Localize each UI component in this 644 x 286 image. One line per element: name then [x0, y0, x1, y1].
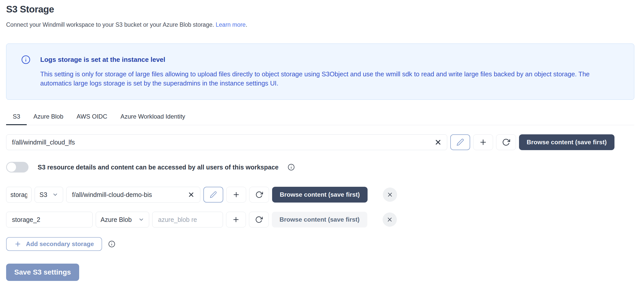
browse-content-button[interactable]: Browse content (save first)	[519, 134, 614, 150]
share-info-icon[interactable]	[288, 164, 295, 171]
remove-storage-button[interactable]	[383, 188, 397, 202]
refresh-resources-button[interactable]	[496, 134, 516, 150]
subtitle-period: .	[246, 21, 247, 28]
page-title: S3 Storage	[6, 4, 636, 15]
refresh-resources-button[interactable]	[249, 212, 269, 227]
tab-azure-workload-identity[interactable]: Azure Workload Identity	[114, 113, 192, 125]
storage-name-input[interactable]	[6, 187, 32, 203]
tab-s3[interactable]: S3	[6, 113, 27, 125]
info-alert: Logs storage is set at the instance leve…	[6, 44, 634, 100]
storage-type-select[interactable]: Azure Blob	[96, 212, 149, 227]
secondary-storage-row-1: S3 Browse	[6, 187, 636, 203]
share-toggle-row: S3 resource details and content can be a…	[6, 162, 636, 173]
tab-aws-oidc[interactable]: AWS OIDC	[70, 113, 114, 125]
toggle-knob	[7, 163, 16, 172]
refresh-icon	[255, 191, 263, 198]
save-s3-settings-button[interactable]: Save S3 settings	[6, 264, 79, 281]
storage-name-input[interactable]	[6, 212, 93, 227]
storage-type-value: S3	[39, 191, 47, 198]
edit-resource-button[interactable]	[203, 187, 223, 203]
storage-type-select[interactable]: S3	[35, 187, 63, 203]
primary-resource-input[interactable]	[6, 134, 447, 150]
add-secondary-info-icon[interactable]	[108, 240, 115, 248]
pencil-icon	[456, 138, 464, 146]
refresh-resources-button[interactable]	[249, 187, 269, 203]
s3-storage-settings-page: S3 Storage Connect your Windmill workspa…	[0, 0, 644, 281]
refresh-icon	[502, 138, 510, 146]
alert-body: This setting is only for storage of larg…	[21, 69, 607, 88]
plus-icon	[14, 240, 21, 248]
secondary-storage-row-2: Azure Blob Browse content (save first)	[6, 212, 636, 227]
storage-type-tabs: S3 Azure Blob AWS OIDC Azure Workload Id…	[6, 113, 634, 125]
clear-resource-button[interactable]	[186, 187, 197, 203]
browse-content-button[interactable]: Browse content (save first)	[272, 212, 367, 227]
plus-icon	[232, 216, 240, 223]
x-icon	[188, 191, 195, 198]
add-secondary-label: Add secondary storage	[26, 240, 94, 248]
storage-resource-input[interactable]	[66, 187, 200, 203]
primary-storage-row: Browse content (save first)	[6, 134, 636, 150]
close-icon	[386, 216, 393, 223]
edit-resource-button[interactable]	[450, 134, 470, 150]
alert-title: Logs storage is set at the instance leve…	[40, 56, 165, 64]
subtitle-text: Connect your Windmill workspace to your …	[6, 21, 214, 28]
remove-storage-button[interactable]	[383, 212, 397, 227]
add-resource-button[interactable]	[226, 212, 246, 227]
plus-icon	[479, 138, 487, 146]
chevron-down-icon	[52, 192, 58, 198]
share-toggle-label: S3 resource details and content can be a…	[38, 164, 278, 171]
learn-more-link[interactable]: Learn more	[216, 21, 246, 28]
x-icon	[434, 138, 442, 146]
chevron-down-icon	[138, 217, 144, 223]
add-secondary-row: Add secondary storage	[6, 237, 636, 251]
pencil-icon	[210, 191, 217, 198]
page-subtitle: Connect your Windmill workspace to your …	[6, 21, 636, 28]
close-icon	[387, 191, 393, 198]
add-resource-button[interactable]	[226, 187, 246, 203]
storage-resource-input[interactable]	[152, 212, 223, 227]
browse-content-button[interactable]: Browse content (save first)	[272, 187, 368, 203]
tab-azure-blob[interactable]: Azure Blob	[27, 113, 70, 125]
info-icon	[21, 55, 31, 64]
storage-type-value: Azure Blob	[101, 216, 132, 223]
refresh-icon	[255, 216, 263, 223]
add-secondary-storage-button[interactable]: Add secondary storage	[6, 237, 102, 251]
plus-icon	[232, 191, 240, 198]
clear-resource-button[interactable]	[432, 134, 444, 150]
workspace-share-toggle[interactable]	[6, 162, 29, 173]
add-resource-button[interactable]	[473, 134, 493, 150]
